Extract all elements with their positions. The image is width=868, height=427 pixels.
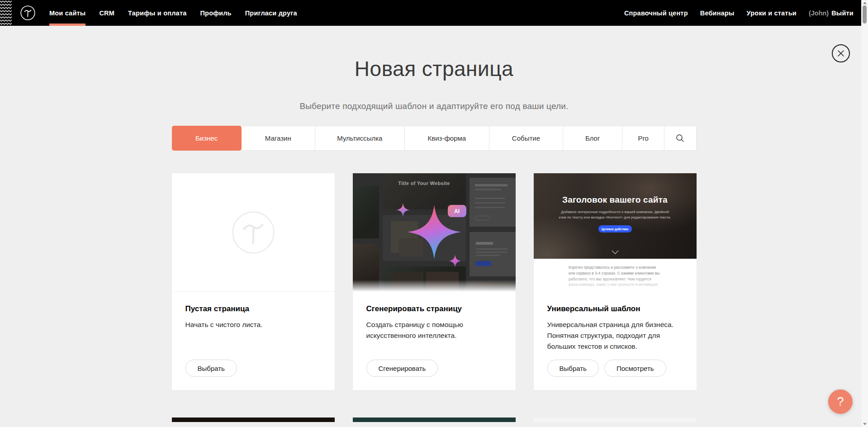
card-body: Сгенерировать страницу Создать страницу … <box>353 292 516 390</box>
template-card-partial[interactable] <box>353 418 516 422</box>
template-card-partial[interactable] <box>172 418 335 422</box>
template-cta-button: Целевое действие <box>598 225 632 232</box>
nav-item-pricing[interactable]: Тарифы и оплата <box>128 0 186 26</box>
tab-business[interactable]: Бизнес <box>172 126 242 151</box>
choose-button[interactable]: Выбрать <box>547 360 599 377</box>
generate-button[interactable]: Сгенерировать <box>366 360 438 377</box>
card-actions: Сгенерировать <box>366 360 502 377</box>
template-body-section: Коротко представьтесь и расскажите о ком… <box>534 259 697 292</box>
scroll-up-arrow[interactable] <box>863 2 867 4</box>
tab-pro[interactable]: Pro <box>622 126 664 150</box>
card-title: Пустая страница <box>185 304 321 313</box>
main-menu: Мои сайты CRM Тарифы и оплата Профиль Пр… <box>49 0 297 26</box>
tilda-logo-icon[interactable] <box>20 5 35 20</box>
nav-item-my-sites[interactable]: Мои сайты <box>49 0 85 26</box>
new-page-dialog: Новая страница Выберите подходящий шабло… <box>172 0 697 422</box>
tab-event[interactable]: Событие <box>489 126 563 150</box>
ai-template-preview[interactable]: Title of Your Website <box>353 173 516 292</box>
tab-store[interactable]: Магазин <box>242 126 315 150</box>
user-menu: (John) Выйти <box>809 9 854 17</box>
card-title: Сгенерировать страницу <box>366 304 502 313</box>
scroll-thumb[interactable] <box>863 5 867 24</box>
template-card-blank: Пустая страница Начать с чистого листа. … <box>172 173 335 390</box>
tab-multilink[interactable]: Мультиссылка <box>315 126 405 150</box>
universal-template-preview[interactable]: Заголовок вашего сайта Добавьте интересн… <box>534 173 697 292</box>
card-title: Универсальный шаблон <box>547 304 683 313</box>
template-hero: Заголовок вашего сайта Добавьте интересн… <box>534 173 697 259</box>
card-description: Начать с чистого листа. <box>185 319 321 330</box>
view-button[interactable]: Посмотреть <box>604 360 666 377</box>
nav-item-webinars[interactable]: Вебинары <box>700 0 735 26</box>
user-name: (John) <box>809 9 829 17</box>
secondary-menu: Справочный центр Вебинары Уроки и статьи… <box>624 0 868 26</box>
template-hero-text: Добавьте интересные подробности о вашей … <box>559 209 672 220</box>
tilda-watermark-icon <box>232 211 275 254</box>
template-hero-title: Заголовок вашего сайта <box>562 195 668 205</box>
template-category-tabs: Бизнес Магазин Мультиссылка Квиз-форма С… <box>172 126 697 151</box>
close-button[interactable] <box>832 44 850 62</box>
nav-item-help-center[interactable]: Справочный центр <box>624 0 688 26</box>
template-cards-grid: Пустая страница Начать с чистого листа. … <box>172 173 697 422</box>
nav-item-invite[interactable]: Пригласи друга <box>245 0 297 26</box>
chevron-down-icon <box>612 248 619 256</box>
choose-button[interactable]: Выбрать <box>185 360 237 377</box>
card-description: Создать страницу с помощью искусственног… <box>366 319 502 341</box>
zigzag-decoration <box>0 0 12 26</box>
card-body: Универсальный шаблон Универсальная стран… <box>534 292 697 390</box>
card-actions: Выбрать <box>185 360 321 377</box>
tab-quiz-form[interactable]: Квиз-форма <box>405 126 489 150</box>
card-actions: Выбрать Посмотреть <box>547 360 683 377</box>
question-icon: ? <box>837 395 844 409</box>
nav-item-lessons[interactable]: Уроки и статьи <box>747 0 797 26</box>
ai-badge: AI <box>448 205 466 217</box>
help-button[interactable]: ? <box>828 389 853 414</box>
nav-item-crm[interactable]: CRM <box>99 0 114 26</box>
close-icon <box>837 49 845 57</box>
scroll-down-arrow[interactable] <box>863 423 867 425</box>
blank-template-preview[interactable] <box>172 173 335 292</box>
search-icon <box>676 134 684 142</box>
ai-sparkle-small-icon <box>449 255 461 267</box>
nav-item-profile[interactable]: Профиль <box>200 0 231 26</box>
ai-sparkle-small-icon <box>396 203 410 217</box>
template-card-universal: Заголовок вашего сайта Добавьте интересн… <box>534 173 697 390</box>
partial-preview <box>353 418 516 422</box>
card-body: Пустая страница Начать с чистого листа. … <box>172 292 335 390</box>
card-description: Универсальная страница для бизнеса. Поня… <box>547 319 683 352</box>
partial-preview <box>172 418 335 422</box>
template-card-partial[interactable] <box>534 418 697 422</box>
top-navbar: Мои сайты CRM Тарифы и оплата Профиль Пр… <box>0 0 868 26</box>
template-body-text: Коротко представьтесь и расскажите о ком… <box>569 265 661 292</box>
tab-search[interactable] <box>664 126 696 150</box>
page-title: Новая страница <box>172 57 697 81</box>
page-scrollbar[interactable] <box>861 0 868 427</box>
logout-link[interactable]: Выйти <box>831 9 854 17</box>
tab-blog[interactable]: Блог <box>563 126 622 150</box>
page-subtitle: Выберите подходящий шаблон и адаптируйте… <box>172 101 697 111</box>
partial-preview <box>534 418 697 422</box>
template-card-ai-generate: Title of Your Website <box>353 173 516 390</box>
